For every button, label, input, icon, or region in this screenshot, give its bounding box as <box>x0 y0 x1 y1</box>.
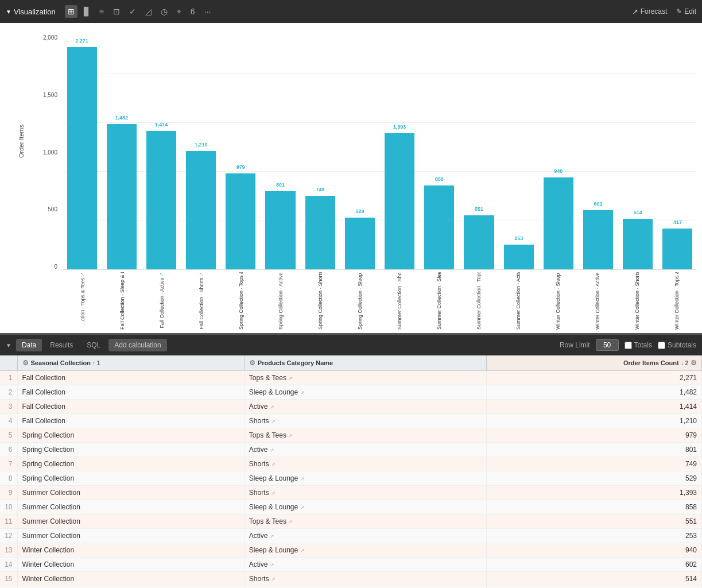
gear-icon-2[interactable]: ⚙ <box>249 359 255 367</box>
collection-cell: Spring Collection <box>17 428 244 443</box>
bar-wrap-1[interactable]: 1,482 <box>103 34 140 269</box>
count-cell: 602 <box>487 558 702 572</box>
sort-icon-3[interactable]: ↓ 2 <box>681 360 688 366</box>
tab-sql[interactable]: SQL <box>81 339 106 351</box>
trend-icon: ↗ <box>271 577 276 582</box>
edit-button[interactable]: ✎ Edit <box>676 7 696 16</box>
bar-wrap-4[interactable]: 979 <box>222 34 259 269</box>
bar-5[interactable]: 801 <box>265 191 295 270</box>
category-cell: Active ↗ <box>244 443 486 457</box>
bar-wrap-13[interactable]: 602 <box>579 34 616 269</box>
tab-data[interactable]: Data <box>16 339 42 351</box>
bar-wrap-8[interactable]: 1,393 <box>381 34 418 269</box>
bar-2[interactable]: 1,414 <box>146 131 176 269</box>
bar-8[interactable]: 1,393 <box>385 133 414 269</box>
bar-chart-icon[interactable]: ▊ <box>81 5 93 18</box>
gear-icon-1[interactable]: ⚙ <box>22 359 29 367</box>
x-label-10[interactable]: Summer Collection · Tops & Tees ↗ <box>476 272 482 330</box>
bar-wrap-9[interactable]: 858 <box>421 34 458 269</box>
x-label-4[interactable]: Spring Collection · Tops & Tees ↗ <box>238 272 244 330</box>
column-chart-icon[interactable]: ≡ <box>96 5 107 18</box>
trend-icon: ↗ <box>288 519 293 525</box>
collection-cell: Winter Collection <box>17 572 244 586</box>
x-label-5[interactable]: Spring Collection · Active ↗ <box>278 272 284 330</box>
bar-6[interactable]: 749 <box>305 196 335 269</box>
chart-bars: 2,2711,4821,4141,2109798017495291,393858… <box>63 34 696 270</box>
x-label-1[interactable]: Fall Collection · Sleep & Lounge ↗ <box>119 272 125 330</box>
trend-icon: ↗ <box>271 419 276 424</box>
map-pin-icon[interactable]: ⌖ <box>174 5 184 18</box>
x-label-3[interactable]: Fall Collection · Shorts ↗ <box>199 272 204 330</box>
x-label-6[interactable]: Spring Collection · Shorts ↗ <box>317 272 323 330</box>
tab-results[interactable]: Results <box>44 339 79 351</box>
bar-wrap-12[interactable]: 940 <box>540 34 577 269</box>
x-label-15[interactable]: Winter Collection · Tops & Tees ↗ <box>674 272 680 330</box>
count-cell: 940 <box>487 543 702 558</box>
x-label-12[interactable]: Winter Collection · Sleep & Lounge ↗ <box>555 272 561 330</box>
trend-icon: ↗ <box>270 447 274 453</box>
six-icon[interactable]: 6 <box>188 5 198 18</box>
bar-12[interactable]: 940 <box>544 177 573 269</box>
bar-3[interactable]: 1,210 <box>186 151 216 269</box>
sort-icon-1[interactable]: ↑ 1 <box>92 360 100 366</box>
bar-label-5: 801 <box>276 182 285 188</box>
x-label-wrap-0: ...ction · Tops & Tees ↗ <box>63 270 103 299</box>
chevron-down-icon-data[interactable]: ▼ <box>6 342 11 349</box>
add-calculation-button[interactable]: Add calculation <box>108 339 166 351</box>
x-label-9[interactable]: Summer Collection · Sleep & Lounge ↗ <box>436 272 442 330</box>
bar-wrap-11[interactable]: 253 <box>500 34 537 269</box>
category-cell: Shorts ↗ <box>244 414 486 428</box>
bar-wrap-15[interactable]: 417 <box>659 34 696 269</box>
forecast-icon: ↗ <box>632 7 638 16</box>
forecast-button[interactable]: ↗ Forecast <box>632 7 668 16</box>
row-limit-input[interactable] <box>596 339 619 351</box>
x-label-14[interactable]: Winter Collection · Shorts ↗ <box>634 272 640 330</box>
bar-wrap-2[interactable]: 1,414 <box>142 34 180 269</box>
subtotals-checkbox[interactable] <box>658 342 665 349</box>
count-cell: 979 <box>487 428 702 443</box>
x-label-8[interactable]: Summer Collection · Shorts ↗ <box>397 272 402 330</box>
x-label-13[interactable]: Winter Collection · Active ↗ <box>595 272 600 330</box>
bar-wrap-6[interactable]: 749 <box>301 34 339 269</box>
bar-wrap-14[interactable]: 514 <box>619 34 657 269</box>
bar-wrap-3[interactable]: 1,210 <box>183 34 220 269</box>
row-limit-label: Row Limit <box>560 341 590 349</box>
bar-4[interactable]: 979 <box>226 173 255 269</box>
x-label-7[interactable]: Spring Collection · Sleep & Lounge ↗ <box>357 272 363 330</box>
bar-wrap-5[interactable]: 801 <box>262 34 299 269</box>
clock-icon[interactable]: ◷ <box>158 5 170 18</box>
bar-0[interactable]: 2,271 <box>67 47 97 269</box>
bar-9[interactable]: 858 <box>424 185 454 269</box>
row-num-cell: 1 <box>0 371 17 385</box>
x-label-2[interactable]: Fall Collection · Active ↗ <box>159 272 165 328</box>
row-num-cell: 9 <box>0 486 17 500</box>
chevron-down-icon[interactable]: ▼ <box>6 9 11 15</box>
data-toolbar: ▼ Data Results SQL Add calculation Row L… <box>0 335 702 355</box>
bar-label-4: 979 <box>236 164 245 170</box>
table-row: 11Summer CollectionTops & Tees ↗551 <box>0 514 702 529</box>
area-chart-icon[interactable]: ◿ <box>142 5 154 18</box>
more-icon[interactable]: ··· <box>201 5 214 18</box>
bar-7[interactable]: 529 <box>345 218 375 269</box>
totals-checkbox[interactable] <box>625 342 632 349</box>
bar-11[interactable]: 253 <box>504 245 534 269</box>
bar-14[interactable]: 514 <box>623 219 653 269</box>
table-view-icon[interactable]: ⊞ <box>65 5 77 18</box>
x-label-wrap-7: Spring Collection · Sleep & Lounge ↗ <box>340 270 380 299</box>
trend-icon: ↗ <box>288 433 293 439</box>
scatter-chart-icon[interactable]: ⊡ <box>110 5 123 18</box>
x-label-0[interactable]: ...ction · Tops & Tees ↗ <box>80 272 86 325</box>
x-label-11[interactable]: Summer Collection · Active ↗ <box>515 272 521 330</box>
seasonal-collection-header: ⚙ Seasonal Collection ↑ 1 <box>17 355 244 371</box>
gear-icon-3[interactable]: ⚙ <box>691 359 697 367</box>
bar-wrap-10[interactable]: 551 <box>460 34 498 269</box>
table-row: 10Summer CollectionSleep & Lounge ↗858 <box>0 500 702 514</box>
bar-wrap-7[interactable]: 529 <box>341 34 378 269</box>
bar-1[interactable]: 1,482 <box>107 124 137 269</box>
bar-15[interactable]: 417 <box>662 229 692 269</box>
bar-10[interactable]: 551 <box>464 215 494 269</box>
line-chart-icon[interactable]: ✓ <box>126 5 139 18</box>
row-num-cell: 11 <box>0 514 17 529</box>
bar-wrap-0[interactable]: 2,271 <box>63 34 100 269</box>
bar-13[interactable]: 602 <box>583 210 613 269</box>
